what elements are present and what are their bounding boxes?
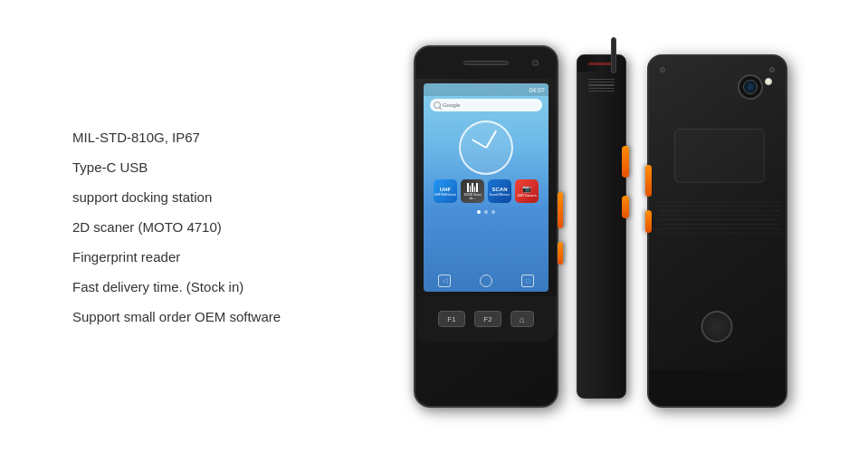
app-uhf-sublabel: UHFSDKdemo [434, 193, 456, 197]
spec-scanner: 2D scaner (MOTO 4710) [72, 217, 308, 236]
nav-dot-1 [477, 210, 481, 214]
spec-fingerprint: Fingerprint reader [72, 247, 308, 266]
bottom-function-bar: F1 F2 ⌂ [415, 296, 557, 342]
screen-bottom-nav: ◁ □ [424, 275, 548, 287]
screw-tl [660, 67, 665, 72]
clock-minute-hand [485, 130, 496, 149]
side-antenna [611, 37, 616, 73]
product-page: MIL-STD-810G, IP67 Type-C USB support do… [0, 0, 868, 453]
nav-home-icon [480, 275, 492, 287]
camera-flash [765, 78, 772, 85]
app-cam-label: USB Camera [517, 194, 536, 198]
scan-window [577, 55, 625, 72]
clock-widget [459, 120, 513, 175]
app-uhf-label: UHF [440, 187, 451, 192]
nav-back-icon: ◁ [438, 275, 451, 287]
clock-hour-hand [472, 139, 487, 149]
device-screen: 04:07 Google UHF [424, 83, 548, 292]
app-cam: 📷 USB Camera [515, 179, 539, 203]
spec-oem: Support small order OEM software [72, 307, 308, 326]
app-scan2: SCAN Scan10Server [488, 179, 511, 203]
nav-dot-3 [491, 210, 495, 214]
spec-docking: support docking station [72, 188, 308, 207]
device-front-view: 04:07 Google UHF [407, 36, 566, 417]
search-bar: Google [430, 99, 542, 111]
phone-side-body [577, 54, 626, 399]
device-back-view [638, 36, 796, 417]
back-bottom-strip [649, 370, 786, 406]
home-button[interactable]: ⌂ [510, 311, 534, 327]
screen-nav-dots [424, 210, 548, 214]
spec-delivery: Fast delivery time. (Stock in) [72, 277, 308, 296]
devices-panel: 04:07 Google UHF [335, 0, 868, 453]
app-uhf: UHF UHFSDKdemo [434, 179, 457, 203]
device-side-view [557, 36, 647, 417]
specs-panel: MIL-STD-810G, IP67 Type-C USB support do… [0, 110, 335, 344]
nav-dot-2 [484, 210, 488, 214]
back-camera-module [738, 74, 763, 100]
side-orange-button-2 [622, 196, 629, 218]
app-icons-row: UHF UHFSDKdemo 1 [424, 179, 548, 203]
app-scan2-label: SCAN [491, 187, 507, 192]
front-camera-icon [532, 60, 539, 66]
app-scan2-sublabel: Scan10Server [489, 193, 510, 197]
screw-tr [769, 67, 775, 72]
back-panel-area [674, 129, 765, 183]
phone-front-body: 04:07 Google UHF [414, 45, 558, 408]
front-speaker [463, 61, 509, 65]
spec-mil: MIL-STD-810G, IP67 [72, 128, 308, 147]
back-orange-button-1 [645, 165, 652, 197]
side-orange-button-1 [622, 146, 629, 178]
app-scan-label: 1D/2D Scan de... [461, 193, 484, 200]
fn1-button[interactable]: F1 [438, 311, 465, 327]
back-orange-button-2 [645, 210, 652, 233]
phone-top-bar [415, 47, 557, 79]
grip-texture [658, 201, 780, 234]
fingerprint-reader [701, 311, 733, 342]
search-icon [434, 101, 441, 109]
fn2-button[interactable]: F2 [474, 311, 501, 327]
phone-back-body [647, 54, 787, 408]
side-speaker-grille [586, 76, 617, 94]
camera-lens [743, 80, 758, 94]
status-bar: 04:07 [424, 83, 548, 96]
nav-recents-icon: □ [521, 275, 534, 287]
spec-usb: Type-C USB [72, 158, 308, 177]
app-scan: 1D/2D Scan de... [461, 179, 484, 203]
